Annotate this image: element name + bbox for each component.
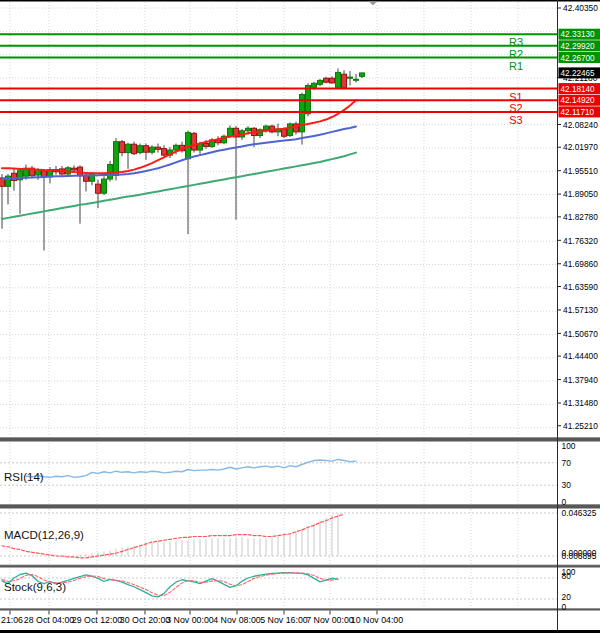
- candlestick: [120, 140, 125, 156]
- candlestick: [288, 122, 293, 137]
- stoch-indicator-label: Stock(9,6,3): [4, 581, 66, 593]
- candlestick: [348, 71, 353, 86]
- price-badge-text-S1: 42.18140: [561, 85, 596, 94]
- price-axis-label: 41.69860: [563, 259, 598, 269]
- candlestick: [126, 143, 131, 169]
- price-badge-text-R2: 42.29920: [561, 42, 596, 51]
- chart-canvas[interactable]: R3R2R1S1S2S3 42.3313042.2992042.2670042.…: [0, 0, 600, 633]
- candle-body: [138, 146, 143, 153]
- candle-body: [150, 147, 155, 152]
- rsi-axis-label: 30: [562, 480, 572, 490]
- candlestick: [324, 77, 329, 84]
- candlestick: [222, 134, 227, 144]
- price-axis-label: 41.82780: [563, 212, 598, 222]
- panel-separator[interactable]: [0, 505, 600, 509]
- chart-shift-marker[interactable]: [369, 2, 377, 6]
- candle-body: [132, 144, 137, 153]
- time-axis-label: 5 Nov 16:00: [260, 615, 308, 625]
- candlestick: [336, 68, 341, 88]
- candlestick: [102, 176, 107, 195]
- candle-body: [144, 146, 149, 153]
- candle-body: [96, 184, 101, 193]
- time-axis-label: 21:06: [1, 615, 23, 625]
- macd-axis-label: 0.006895: [562, 551, 597, 561]
- current-price-badge-text: 42.22465: [561, 69, 596, 78]
- time-axis-label: 7 Nov 00:00: [306, 615, 354, 625]
- candlestick: [234, 126, 239, 220]
- candle-body: [204, 144, 209, 147]
- rsi-panel[interactable]: [26, 459, 356, 477]
- candle-body: [288, 124, 293, 136]
- rsi-indicator-label: RSI(14): [4, 471, 44, 483]
- candle-body: [312, 83, 317, 87]
- price-badge-text-R1: 42.26700: [561, 54, 596, 63]
- price-axis-label: 41.76320: [563, 236, 598, 246]
- candlestick: [156, 144, 161, 153]
- price-axis-label: 41.50670: [563, 329, 598, 339]
- price-badge-text-S2: 42.14920: [561, 96, 596, 105]
- candle-body: [228, 128, 233, 136]
- stoch-axis-label: 20: [562, 592, 572, 602]
- time-axis[interactable]: 21:0628 Oct 04:0029 Oct 12:0030 Oct 20:0…: [1, 611, 403, 626]
- price-axis[interactable]: 42.3313042.2992042.2670042.1814042.14920…: [557, 0, 600, 630]
- main-price-panel[interactable]: R3R2R1S1S2S3: [0, 34, 557, 250]
- level-label-R1: R1: [509, 60, 523, 72]
- price-axis-label: 42.01970: [563, 142, 598, 152]
- candlestick: [258, 128, 263, 138]
- candlestick: [138, 144, 143, 155]
- rsi-axis-label: 100: [562, 441, 576, 451]
- candlestick: [360, 73, 365, 78]
- price-axis-label: 41.25210: [563, 421, 598, 431]
- candle-body: [72, 168, 77, 170]
- time-axis-label: 29 Oct 12:00: [72, 615, 122, 625]
- price-axis-label: 41.89050: [563, 189, 598, 199]
- panel-separator[interactable]: [0, 438, 600, 442]
- candlestick: [216, 136, 221, 145]
- candlestick: [42, 169, 47, 251]
- candlestick: [294, 122, 299, 135]
- candlestick: [318, 79, 323, 86]
- time-axis-label: 10 Nov 04:00: [351, 615, 403, 625]
- candle-body: [174, 145, 179, 150]
- candle-body: [282, 129, 287, 136]
- rsi-axis-label: 0: [562, 497, 567, 507]
- rsi-axis-label: 70: [562, 458, 572, 468]
- stoch-axis-label: 0: [562, 602, 567, 612]
- candle-body: [162, 149, 167, 156]
- macd-axis-label: 0.046325: [562, 508, 597, 518]
- candle-body: [336, 72, 341, 87]
- price-badge-text-S3: 42.11710: [561, 108, 595, 117]
- top-border: [0, 0, 600, 2]
- level-label-S3: S3: [509, 114, 522, 126]
- trading-chart-window: R3R2R1S1S2S3 42.3313042.2992042.2670042.…: [0, 0, 600, 633]
- price-axis-label: 41.95510: [563, 166, 598, 176]
- candlestick: [192, 132, 197, 153]
- candlestick: [0, 174, 5, 229]
- candle-body: [324, 78, 329, 82]
- candlestick: [144, 144, 149, 160]
- price-axis-label: 42.40350: [563, 3, 598, 13]
- price-badge-text-R3: 42.33130: [561, 30, 596, 39]
- time-axis-label: 3 Nov 00:00: [166, 615, 214, 625]
- price-axis-label: 42.08240: [563, 120, 598, 130]
- candle-body: [126, 144, 131, 152]
- candle-body: [330, 78, 335, 83]
- price-axis-label: 41.63590: [563, 282, 598, 292]
- candlestick: [96, 180, 101, 208]
- time-axis-label: 30 Oct 20:00: [120, 615, 170, 625]
- time-axis-label: 4 Nov 08:00: [213, 615, 261, 625]
- candlestick: [132, 142, 137, 155]
- candle-body: [348, 77, 353, 78]
- candle-body: [264, 126, 269, 130]
- candle-body: [102, 179, 107, 193]
- ma-slow-green-line: [2, 153, 356, 219]
- candlestick: [108, 161, 113, 182]
- candlestick: [18, 170, 23, 214]
- candle-body: [318, 80, 323, 84]
- candle-body: [342, 74, 347, 88]
- price-axis-label: 41.31480: [563, 398, 598, 408]
- candlestick: [342, 70, 347, 89]
- candlestick: [180, 142, 185, 153]
- gridlines: [0, 2, 557, 608]
- candle-body: [354, 79, 359, 80]
